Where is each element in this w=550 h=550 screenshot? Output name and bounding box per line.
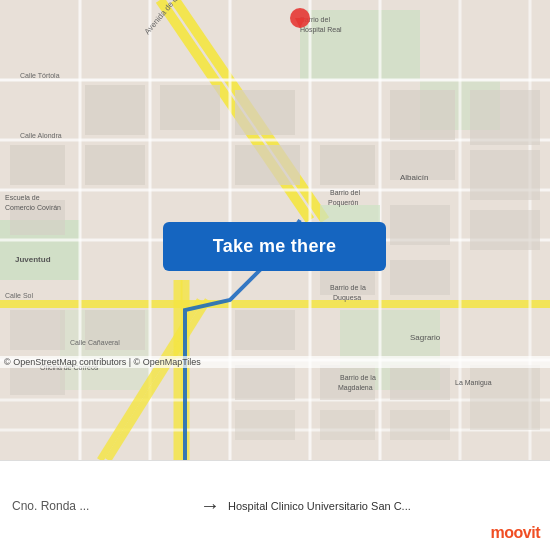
svg-rect-54 bbox=[470, 365, 540, 430]
svg-text:Barrio de la: Barrio de la bbox=[340, 374, 376, 381]
svg-rect-45 bbox=[10, 310, 65, 350]
svg-text:Barrio de la: Barrio de la bbox=[330, 284, 366, 291]
svg-text:Juventud: Juventud bbox=[15, 255, 51, 264]
svg-text:Hospital Real: Hospital Real bbox=[300, 26, 342, 34]
bottom-bar: Cno. Ronda ... → Hospital Clinico Univer… bbox=[0, 460, 550, 550]
route-from: Cno. Ronda ... bbox=[12, 499, 192, 513]
svg-rect-36 bbox=[390, 205, 450, 245]
svg-rect-31 bbox=[235, 90, 295, 135]
take-me-there-button[interactable]: Take me there bbox=[163, 222, 386, 271]
route-from-label: Cno. Ronda ... bbox=[12, 499, 192, 513]
cta-button-container[interactable]: Take me there bbox=[163, 222, 386, 271]
moovit-brand-text: moovit bbox=[491, 524, 540, 542]
svg-rect-40 bbox=[235, 145, 300, 185]
svg-rect-53 bbox=[390, 410, 450, 440]
svg-rect-44 bbox=[235, 310, 295, 350]
svg-text:Magdalena: Magdalena bbox=[338, 384, 373, 392]
svg-rect-37 bbox=[470, 150, 540, 200]
arrow-container: → bbox=[192, 494, 228, 517]
svg-text:Calle Alondra: Calle Alondra bbox=[20, 132, 62, 139]
svg-text:Escuela de: Escuela de bbox=[5, 194, 40, 201]
svg-text:Comercio Covirán: Comercio Covirán bbox=[5, 204, 61, 211]
svg-rect-8 bbox=[0, 300, 550, 308]
svg-rect-29 bbox=[10, 145, 65, 185]
svg-rect-30 bbox=[85, 145, 145, 185]
osm-attribution: © OpenStreetMap contributors | © OpenMap… bbox=[0, 356, 550, 368]
svg-rect-52 bbox=[320, 410, 375, 440]
svg-rect-33 bbox=[390, 90, 455, 140]
moovit-logo: moovit bbox=[491, 524, 540, 542]
svg-text:Calle Cañaveral: Calle Cañaveral bbox=[70, 339, 120, 346]
svg-text:Calle Sol: Calle Sol bbox=[5, 292, 33, 299]
arrow-right-icon: → bbox=[200, 494, 220, 517]
svg-text:Albaicín: Albaicín bbox=[400, 173, 428, 182]
svg-text:La Manigua: La Manigua bbox=[455, 379, 492, 387]
svg-rect-48 bbox=[235, 365, 295, 400]
map-container[interactable]: Avenida de la Constitución Calle Tórtola… bbox=[0, 0, 550, 460]
svg-text:Barrio del: Barrio del bbox=[330, 189, 360, 196]
route-to: Hospital Clinico Universitario San C... bbox=[228, 500, 428, 512]
svg-rect-27 bbox=[85, 85, 145, 135]
svg-rect-35 bbox=[470, 90, 540, 145]
svg-rect-32 bbox=[320, 145, 375, 185]
svg-text:Sagrario: Sagrario bbox=[410, 333, 441, 342]
svg-rect-28 bbox=[160, 85, 220, 130]
app-container: Avenida de la Constitución Calle Tórtola… bbox=[0, 0, 550, 550]
svg-rect-50 bbox=[390, 365, 450, 400]
route-to-label: Hospital Clinico Universitario San C... bbox=[228, 500, 428, 512]
svg-text:Duquesa: Duquesa bbox=[333, 294, 361, 302]
svg-rect-38 bbox=[470, 210, 540, 250]
svg-text:Poquerón: Poquerón bbox=[328, 199, 358, 207]
svg-text:Calle Tórtola: Calle Tórtola bbox=[20, 72, 60, 79]
svg-rect-49 bbox=[320, 365, 375, 400]
svg-rect-43 bbox=[390, 260, 450, 295]
svg-rect-51 bbox=[235, 410, 295, 440]
